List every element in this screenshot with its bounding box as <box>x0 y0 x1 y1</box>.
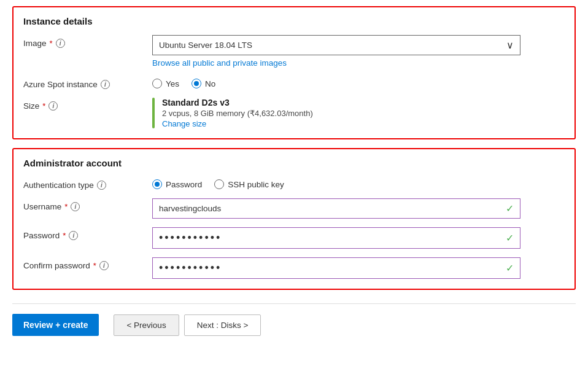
azure-spot-yes-radio[interactable] <box>152 79 162 88</box>
admin-account-section: Administrator account Authentication typ… <box>12 148 576 290</box>
password-check-icon: ✓ <box>500 228 520 248</box>
size-control: Standard D2s v3 2 vcpus, 8 GiB memory (₹… <box>152 98 565 128</box>
browse-images-link[interactable]: Browse all public and private images <box>152 58 287 68</box>
auth-type-info-icon[interactable]: i <box>97 181 106 190</box>
azure-spot-info-icon[interactable]: i <box>101 80 110 89</box>
username-label: Username * i <box>23 198 146 211</box>
password-label: Password * i <box>23 227 146 240</box>
size-green-bar <box>152 98 155 128</box>
image-control-area: Ubuntu Server 18.04 LTS ∨ Browse all pub… <box>152 35 565 68</box>
password-input-wrapper: ••••••••••• ✓ <box>152 227 520 249</box>
auth-ssh-radio[interactable] <box>214 179 224 189</box>
azure-spot-no-option[interactable]: No <box>191 79 215 88</box>
size-block: Standard D2s v3 2 vcpus, 8 GiB memory (₹… <box>152 98 565 128</box>
password-control: ••••••••••• ✓ <box>152 227 565 249</box>
username-control: ✓ <box>152 198 565 219</box>
auth-ssh-label: SSH public key <box>228 180 284 189</box>
confirm-password-row: Confirm password * i ••••••••••• ✓ <box>23 257 565 279</box>
image-dropdown-value: Ubuntu Server 18.04 LTS <box>153 37 500 53</box>
size-info: Standard D2s v3 2 vcpus, 8 GiB memory (₹… <box>162 98 313 128</box>
confirm-password-label: Confirm password * i <box>23 257 146 270</box>
size-row: Size * i Standard D2s v3 2 vcpus, 8 GiB … <box>23 98 565 128</box>
size-name: Standard D2s v3 <box>162 98 313 107</box>
azure-spot-yes-option[interactable]: Yes <box>152 79 179 88</box>
size-info-icon[interactable]: i <box>48 101 58 111</box>
confirm-password-check-icon: ✓ <box>500 259 520 278</box>
required-star: * <box>50 39 53 48</box>
username-check-icon: ✓ <box>500 199 520 218</box>
username-required-star: * <box>64 202 68 211</box>
auth-type-label: Authentication type i <box>23 177 146 190</box>
password-dots: ••••••••••• <box>153 228 500 248</box>
azure-spot-no-label: No <box>205 79 215 88</box>
username-input[interactable] <box>153 200 500 217</box>
azure-spot-radio-group: Yes No <box>152 76 565 88</box>
image-dropdown[interactable]: Ubuntu Server 18.04 LTS ∨ <box>152 35 520 55</box>
auth-type-control: Password SSH public key <box>152 177 565 189</box>
username-input-wrapper: ✓ <box>152 198 520 219</box>
password-info-icon[interactable]: i <box>69 231 78 240</box>
auth-password-label: Password <box>166 180 202 189</box>
azure-spot-label: Azure Spot instance i <box>23 76 146 89</box>
size-required-star: * <box>42 101 45 111</box>
image-label: Image * i <box>23 35 146 48</box>
confirm-password-input-wrapper: ••••••••••• ✓ <box>152 257 520 279</box>
auth-type-radio-group: Password SSH public key <box>152 177 565 189</box>
confirm-password-info-icon[interactable]: i <box>99 261 109 270</box>
confirm-password-control: ••••••••••• ✓ <box>152 257 565 279</box>
azure-spot-no-radio[interactable] <box>191 79 201 88</box>
instance-details-title: Instance details <box>23 16 565 26</box>
image-row: Image * i Ubuntu Server 18.04 LTS ∨ Brow… <box>23 35 565 68</box>
confirm-password-dots: ••••••••••• <box>153 258 500 278</box>
bottom-bar: Review + create < Previous Next : Disks … <box>12 303 576 336</box>
size-label: Size * i <box>23 98 146 111</box>
password-required-star: * <box>63 231 66 240</box>
username-row: Username * i ✓ <box>23 198 565 219</box>
dropdown-arrow-icon[interactable]: ∨ <box>500 36 520 55</box>
auth-ssh-option[interactable]: SSH public key <box>214 179 284 189</box>
previous-button[interactable]: < Previous <box>114 314 179 336</box>
auth-password-radio[interactable] <box>152 179 162 189</box>
username-info-icon[interactable]: i <box>71 202 80 211</box>
review-create-button[interactable]: Review + create <box>12 314 99 336</box>
auth-type-row: Authentication type i Password SSH publi… <box>23 177 565 190</box>
confirm-password-required-star: * <box>93 261 96 270</box>
auth-password-option[interactable]: Password <box>152 179 202 189</box>
azure-spot-control: Yes No <box>152 76 565 88</box>
instance-details-section: Instance details Image * i Ubuntu Server… <box>12 6 576 139</box>
admin-account-title: Administrator account <box>23 158 565 168</box>
size-detail: 2 vcpus, 8 GiB memory (₹4,632.03/month) <box>162 109 313 118</box>
password-row: Password * i ••••••••••• ✓ <box>23 227 565 249</box>
azure-spot-row: Azure Spot instance i Yes No <box>23 76 565 89</box>
image-info-icon[interactable]: i <box>56 39 65 48</box>
azure-spot-yes-label: Yes <box>166 79 179 88</box>
next-button[interactable]: Next : Disks > <box>184 314 261 336</box>
change-size-link[interactable]: Change size <box>162 119 313 128</box>
